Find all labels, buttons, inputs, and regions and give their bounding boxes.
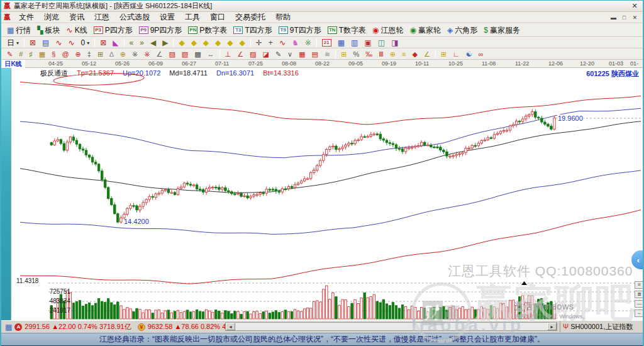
gann-box-tool[interactable]: ▦ <box>36 49 48 59</box>
speed-line-tool[interactable]: ∠ <box>421 49 433 59</box>
menu-item-3[interactable]: 江恩 <box>89 13 114 21</box>
winner-wheel-button[interactable]: ◉赢家轮 <box>407 25 444 35</box>
t-table-button[interactable]: TNT数字表 <box>325 25 369 35</box>
current-index-panel[interactable]: Ψ SH000001,上证指数 <box>560 321 644 332</box>
p-table-button[interactable]: PNP数字表 <box>185 25 230 35</box>
line-style-button-2[interactable]: — <box>635 300 644 308</box>
star-tool-2[interactable]: ※ <box>141 49 153 59</box>
diamond-tool-3[interactable]: ◆ <box>200 38 212 48</box>
gann-wheel-button[interactable]: ◉江恩轮 <box>369 25 406 35</box>
gann-fan-tool[interactable]: ♯ <box>26 49 36 59</box>
grid-red-tool[interactable]: ▦ <box>296 49 308 59</box>
t-square-button[interactable]: T3T四方形 <box>230 25 275 35</box>
child-close-button[interactable]: ✕ <box>631 14 639 21</box>
hatch-tool-2[interactable]: ▧ <box>179 49 191 59</box>
hexagon-button[interactable]: ◈六角形 <box>444 25 480 35</box>
first-bar-button[interactable]: « <box>126 38 137 48</box>
gold-lines-tool[interactable]: ≡ <box>399 49 409 59</box>
child-restore-button[interactable]: □ <box>620 14 628 21</box>
winner-service-button[interactable]: $赢家服务 <box>480 25 523 35</box>
animal-tool[interactable]: ♞ <box>289 38 302 48</box>
pattern-tool[interactable]: ※ <box>302 38 314 48</box>
wave-tool-1[interactable]: ∿ <box>52 38 65 48</box>
print-tool[interactable]: ◨ <box>388 38 401 48</box>
line-style-button-1[interactable]: ≣ <box>635 291 644 298</box>
prev-bar-button[interactable]: ◀ <box>147 38 159 48</box>
yinyang-tool[interactable]: ☯ <box>463 49 475 59</box>
scroll-left-button[interactable]: ◂ <box>226 323 235 330</box>
info-panel-tool[interactable]: ▤ <box>39 38 52 48</box>
diamond-tool-6[interactable]: ◆ <box>236 38 248 48</box>
square-n2-tool[interactable]: ⊞ <box>94 49 106 59</box>
stats-grid-tool[interactable]: ⊞ <box>438 49 450 59</box>
waves-tool[interactable]: ≋ <box>321 49 333 59</box>
delete-box-tool[interactable]: ⊠ <box>97 38 109 48</box>
pen-2-tool[interactable]: ✎ <box>272 49 284 59</box>
spiral-tool[interactable]: @ <box>58 49 72 59</box>
flag-tool[interactable]: ◣ <box>109 38 121 48</box>
close-button[interactable]: ✕ <box>629 2 640 11</box>
sector-button[interactable]: ▚板块 <box>34 25 63 35</box>
calculator-tool[interactable]: ▦ <box>335 38 348 48</box>
hatch-tool-3[interactable]: ▩ <box>191 49 204 59</box>
line-style-button-0[interactable]: ≡ <box>635 281 644 289</box>
digit-selector[interactable]: 0▾ <box>78 38 93 48</box>
export-tool[interactable]: ◫ <box>375 38 388 48</box>
horizontal-scrollbar[interactable]: ◂ ▸ <box>225 322 557 331</box>
gann-angle-tool[interactable]: § <box>48 49 58 59</box>
span-tool[interactable]: ↔ <box>204 49 218 59</box>
diamond-tool-5[interactable]: ◆ <box>224 38 236 48</box>
fan-red-tool[interactable]: ∠ <box>234 49 247 59</box>
menu-item-0[interactable]: 文件 <box>14 13 39 21</box>
wave-tool-2[interactable]: ∿ <box>65 38 77 48</box>
calendar-tool[interactable]: 21 <box>319 38 335 48</box>
stats-chart-tool[interactable]: ∟ <box>450 49 463 59</box>
draw-pen-tool[interactable]: ✎ <box>4 49 16 59</box>
p-square-button[interactable]: P3P四方形 <box>91 25 136 35</box>
angle-k-tool[interactable]: ∠ <box>153 49 166 59</box>
save-tool[interactable]: ▣ <box>361 38 374 48</box>
percent-tool[interactable]: % <box>350 49 362 59</box>
gann-line-tool[interactable]: # <box>16 49 26 59</box>
percent-box-tool[interactable]: ⊞ <box>338 49 350 59</box>
t-bar-tool[interactable]: ⊥ <box>222 49 235 59</box>
diamond-red-tool[interactable]: ◆ <box>409 49 420 59</box>
grid-lines-tool[interactable]: ‡ <box>84 49 94 59</box>
crosshair-tool[interactable]: + <box>265 38 276 48</box>
hand-tool[interactable]: ✛ <box>253 38 265 48</box>
menu-item-2[interactable]: 资讯 <box>64 13 89 21</box>
menu-item-8[interactable]: 交易委托 <box>230 13 270 21</box>
period-day-selector[interactable]: 日▾ <box>4 38 22 48</box>
next-bar-button[interactable]: ▶ <box>159 38 171 48</box>
line-style-button-3[interactable]: – <box>635 310 644 317</box>
menu-item-6[interactable]: 工具 <box>180 13 205 21</box>
solid-box-tool[interactable]: ◪ <box>259 49 272 59</box>
sse-index-quote[interactable]: 2991.56 ▲22.00 0.74% 3718.91亿 <box>25 322 131 332</box>
child-minimize-button[interactable]: ▬ <box>609 14 618 21</box>
ruled-box-tool[interactable]: ▨ <box>247 49 259 59</box>
infinity-tool[interactable]: ∞ <box>475 49 487 59</box>
diamond-tool-1[interactable]: ◆ <box>175 38 187 48</box>
diamond-tool-2[interactable]: ◆ <box>188 38 200 48</box>
menu-item-7[interactable]: 窗口 <box>205 13 230 21</box>
triangle-tool[interactable]: ∆ <box>106 49 117 59</box>
circle-cross-tool[interactable]: ⊕ <box>117 49 129 59</box>
9p-square-button[interactable]: P99P四方形 <box>136 25 186 35</box>
wheel-mini-tool[interactable]: ⊕ <box>72 49 84 59</box>
menu-item-4[interactable]: 公式选股 <box>114 13 155 21</box>
star-tool-1[interactable]: ※ <box>129 49 141 59</box>
vee-tool[interactable]: ∨ <box>284 49 296 59</box>
grid-red2-tool[interactable]: ▤ <box>309 49 321 59</box>
last-bar-button[interactable]: » <box>136 38 147 48</box>
three-lines-tool[interactable]: Ⅲ <box>375 49 387 59</box>
scroll-right-button[interactable]: ▸ <box>547 323 557 330</box>
menu-item-1[interactable]: 浏览 <box>39 13 64 21</box>
gold-circle-tool[interactable]: ⊕ <box>387 49 399 59</box>
permille-tool[interactable]: ‰ <box>362 49 375 59</box>
zoom-box-tool[interactable]: ⊠ <box>26 38 39 48</box>
9t-square-button[interactable]: T99T四方形 <box>275 25 325 35</box>
zigzag-tool[interactable]: ∿ <box>276 38 289 48</box>
menu-item-5[interactable]: 设置 <box>155 13 180 21</box>
hatch-tool-1[interactable]: ▨ <box>165 49 178 59</box>
kline-button[interactable]: ∿K线 <box>64 25 91 35</box>
